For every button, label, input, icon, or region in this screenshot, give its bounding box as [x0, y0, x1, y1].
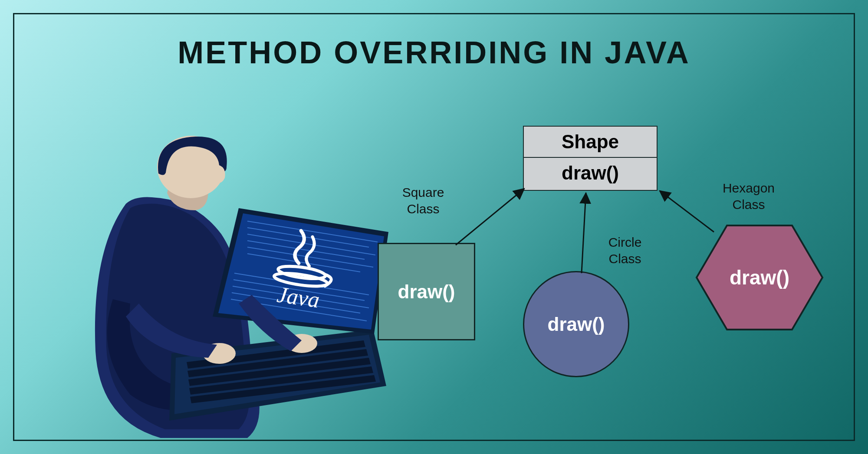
- svg-line-17: [456, 189, 524, 245]
- hexagon-method: draw(): [730, 266, 789, 289]
- page-title: METHOD OVERRIDING IN JAVA: [0, 35, 868, 70]
- parent-class-method: draw(): [524, 158, 657, 190]
- square-class-label: Square Class: [391, 184, 456, 217]
- hexagon-subclass: draw(): [694, 221, 825, 334]
- circle-class-label: Circle Class: [597, 234, 653, 267]
- circle-subclass: draw(): [523, 271, 629, 377]
- square-method: draw(): [398, 281, 455, 303]
- hexagon-class-label: Hexagon Class: [712, 180, 786, 212]
- circle-method: draw(): [548, 314, 605, 335]
- square-subclass: draw(): [378, 243, 475, 340]
- svg-line-18: [582, 193, 586, 273]
- programmer-illustration: Java: [65, 143, 395, 442]
- inheritance-diagram: Shape draw() Square Class Circle Class H…: [378, 126, 842, 408]
- parent-class-box: Shape draw(): [523, 126, 658, 191]
- parent-class-name: Shape: [524, 127, 657, 158]
